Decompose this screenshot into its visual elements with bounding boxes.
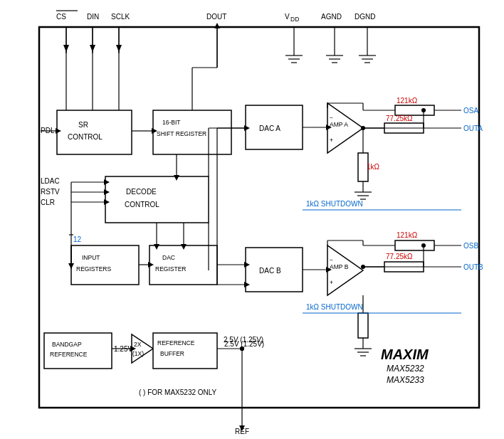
svg-point-129 — [421, 243, 426, 248]
diagram-container: CS DIN SCLK DOUT V DD AGND DGND SR CONTR… — [0, 0, 504, 439]
dgnd-label: DGND — [355, 13, 375, 21]
din-label: DIN — [87, 13, 99, 21]
model2-label: MAX5233 — [387, 375, 424, 385]
cs-label: CS — [56, 13, 66, 21]
num-12-label: 12 — [73, 236, 82, 243]
vdd-sub: DD — [290, 16, 299, 23]
osb-label: OSB — [463, 242, 478, 250]
control-label: CONTROL — [68, 133, 103, 141]
svg-rect-11 — [105, 176, 209, 223]
r1-label: 121kΩ — [397, 97, 418, 105]
amp-b-label: AMP B — [330, 263, 349, 270]
amp-a-label: AMP A — [330, 121, 348, 128]
r2-label: 77.25kΩ — [386, 115, 413, 122]
r5-label: 77.25kΩ — [386, 253, 413, 260]
svg-rect-22 — [395, 105, 434, 115]
svg-point-128 — [421, 108, 426, 112]
outb-label: OUTB — [463, 263, 483, 271]
amp-b-minus: − — [330, 256, 333, 263]
v2-label1: 2X — [134, 341, 142, 348]
dac-reg-label2: REGISTER — [155, 265, 186, 273]
shutdown-a-label: 1kΩ SHUTDOWN — [306, 200, 363, 208]
clr-label: CLR — [41, 199, 55, 206]
amp-b-plus: + — [330, 279, 333, 286]
agnd-label: AGND — [321, 13, 342, 21]
v2-label2: (1X) — [132, 350, 144, 357]
bandgap-label1: BANDGAP — [52, 341, 82, 348]
svg-rect-43 — [358, 313, 368, 338]
amp-a-minus: − — [330, 114, 333, 121]
shift-reg-label1: 16-BIT — [162, 119, 181, 126]
shift-reg-label2: SHIFT REGISTER — [157, 130, 206, 137]
svg-point-105 — [361, 265, 365, 269]
note-label: ( ) FOR MAX5232 ONLY — [139, 388, 217, 396]
dout-label: DOUT — [206, 13, 226, 21]
r4-label: 121kΩ — [397, 231, 418, 239]
decode-label1: DECODE — [126, 188, 157, 196]
r3-label: 1kΩ — [367, 163, 380, 171]
amp-a-plus: + — [330, 137, 333, 144]
svg-marker-62 — [214, 23, 220, 28]
sr-label: SR — [78, 121, 88, 129]
input-reg-label2: REGISTERS — [76, 265, 111, 273]
ref-buf-label2: BUFFER — [160, 350, 184, 357]
svg-point-104 — [361, 126, 365, 130]
bandgap-label2: REFERENCE — [50, 351, 88, 358]
decode-label2: CONTROL — [125, 201, 159, 208]
ref-buf-label1: REFERENCE — [157, 339, 195, 347]
svg-rect-36 — [395, 240, 434, 250]
vdd-label: V — [285, 13, 290, 21]
dac-b-label: DAC B — [259, 267, 281, 275]
v3-display: 2.5V (1.25V) — [224, 336, 263, 344]
dac-a-label: DAC A — [259, 125, 280, 132]
shutdown-b-label: 1kΩ SHUTDOWN — [306, 303, 363, 311]
maxim-logo: MAXIM — [381, 347, 429, 362]
outa-label: OUTA — [463, 125, 483, 132]
sclk-label: SCLK — [111, 13, 130, 21]
model1-label: MAX5232 — [387, 364, 424, 374]
rstv-label: RSTV — [41, 188, 60, 196]
svg-rect-9 — [57, 110, 132, 154]
osa-label: OSA — [463, 107, 478, 115]
dac-reg-label1: DAC — [162, 254, 175, 261]
input-reg-label1: INPUT — [82, 254, 100, 261]
ldac-label: LDAC — [41, 177, 60, 185]
